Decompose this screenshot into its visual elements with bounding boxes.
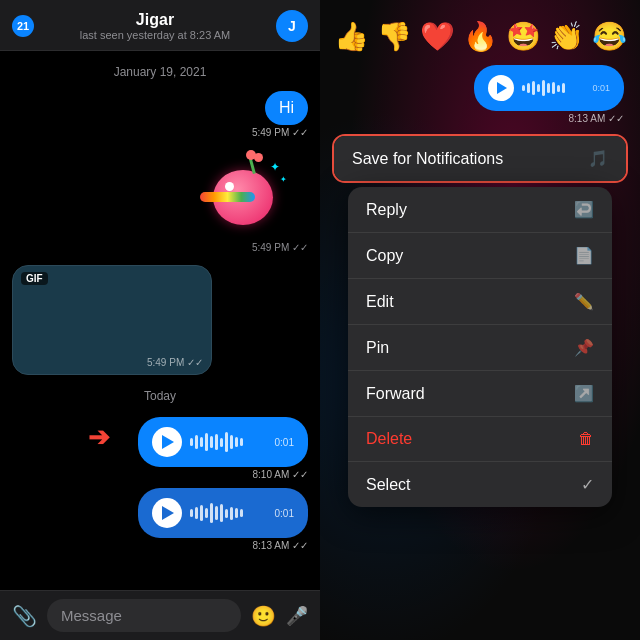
emoji-icon[interactable]: 🙂 <box>251 604 276 628</box>
message-preview-right: 0:01 8:13 AM ✓✓ <box>320 65 640 134</box>
header-center: Jigar last seen yesterday at 8:23 AM <box>80 11 230 41</box>
menu-label-save: Save for Notifications <box>352 150 503 168</box>
save-notifications-icon: 🎵 <box>588 149 608 168</box>
select-icon: ✓ <box>581 475 594 494</box>
date-label: January 19, 2021 <box>12 65 308 79</box>
right-content: 👍 👎 ❤️ 🔥 🤩 👏 😂 <box>320 0 640 640</box>
menu-item-select[interactable]: Select ✓ <box>348 462 612 507</box>
menu-label-copy: Copy <box>366 247 403 265</box>
menu-label-select: Select <box>366 476 410 494</box>
hi-text: Hi <box>279 99 294 116</box>
contact-status: last seen yesterday at 8:23 AM <box>80 29 230 41</box>
reaction-fire[interactable]: 🔥 <box>463 20 498 53</box>
sticker-rainbow <box>200 192 255 202</box>
emoji-reactions-bar: 👍 👎 ❤️ 🔥 🤩 👏 😂 <box>320 0 640 65</box>
reaction-clap[interactable]: 👏 <box>549 20 584 53</box>
reaction-heart[interactable]: ❤️ <box>420 20 455 53</box>
audio-duration-1: 0:01 <box>275 437 294 448</box>
waveform-2 <box>190 503 267 523</box>
sticker-message: ✦ ✦ 5:49 PM ✓✓ <box>12 150 308 253</box>
preview-duration: 0:01 <box>592 83 610 93</box>
audio-message-2: 0:01 8:13 AM ✓✓ <box>12 488 308 551</box>
play-button-2[interactable] <box>152 498 182 528</box>
avatar[interactable]: J <box>276 10 308 42</box>
mic-icon[interactable]: 🎤 <box>286 605 308 627</box>
notification-badge: 21 <box>12 15 34 37</box>
preview-waveform <box>522 80 584 96</box>
menu-item-edit[interactable]: Edit ✏️ <box>348 279 612 325</box>
menu-item-reply[interactable]: Reply ↩️ <box>348 187 612 233</box>
preview-play-button <box>488 75 514 101</box>
menu-label-edit: Edit <box>366 293 394 311</box>
audio-message-1: ➔ <box>12 417 308 480</box>
sticker-sparkle: ✦ <box>270 160 280 174</box>
today-label: Today <box>12 389 308 403</box>
audio-bubble-1[interactable]: 0:01 <box>138 417 308 467</box>
copy-icon: 📄 <box>574 246 594 265</box>
pin-icon: 📌 <box>574 338 594 357</box>
gif-message: GIF 5:49 PM ✓✓ <box>12 265 308 375</box>
context-menu-container: Save for Notifications 🎵 Reply ↩️ Copy 📄… <box>332 134 628 507</box>
reaction-thumbsup[interactable]: 👍 <box>334 20 369 53</box>
menu-label-reply: Reply <box>366 201 407 219</box>
play-icon-2 <box>162 506 174 520</box>
message-hi: Hi 5:49 PM ✓✓ <box>12 91 308 138</box>
attach-icon[interactable]: 📎 <box>12 604 37 628</box>
preview-time: 8:13 AM ✓✓ <box>569 113 624 124</box>
bottom-bar: 📎 Message 🙂 🎤 <box>0 590 320 640</box>
menu-item-forward[interactable]: Forward ↗️ <box>348 371 612 417</box>
audio-bubble-2[interactable]: 0:01 <box>138 488 308 538</box>
chat-area: January 19, 2021 Hi 5:49 PM ✓✓ <box>0 51 320 590</box>
message-input[interactable]: Message <box>47 599 241 632</box>
right-panel: 👍 👎 ❤️ 🔥 🤩 👏 😂 <box>320 0 640 640</box>
back-button[interactable]: 21 <box>12 15 34 37</box>
sticker-eye <box>225 182 234 191</box>
gif-time: 5:49 PM ✓✓ <box>147 357 203 368</box>
sticker-berry2 <box>254 153 263 162</box>
menu-label-forward: Forward <box>366 385 425 403</box>
left-panel: 21 Jigar last seen yesterday at 8:23 AM … <box>0 0 320 640</box>
edit-icon: ✏️ <box>574 292 594 311</box>
menu-label-pin: Pin <box>366 339 389 357</box>
play-button-1[interactable] <box>152 427 182 457</box>
context-menu-highlighted: Save for Notifications 🎵 <box>332 134 628 183</box>
audio-time-1: 8:10 AM ✓✓ <box>253 469 308 480</box>
audio-time-2: 8:13 AM ✓✓ <box>253 540 308 551</box>
audio-duration-2: 0:01 <box>275 508 294 519</box>
play-icon-1 <box>162 435 174 449</box>
menu-item-copy[interactable]: Copy 📄 <box>348 233 612 279</box>
reaction-thumbsdown[interactable]: 👎 <box>377 20 412 53</box>
gif-tag: GIF <box>21 272 48 285</box>
red-arrow: ➔ <box>88 422 110 453</box>
menu-item-pin[interactable]: Pin 📌 <box>348 325 612 371</box>
waveform-1 <box>190 432 267 452</box>
preview-play-icon <box>497 82 507 94</box>
menu-label-delete: Delete <box>366 430 412 448</box>
gif-bubble: GIF 5:49 PM ✓✓ <box>12 265 212 375</box>
reaction-laugh[interactable]: 😂 <box>592 20 627 53</box>
menu-item-save-notifications[interactable]: Save for Notifications 🎵 <box>334 136 626 181</box>
chat-header: 21 Jigar last seen yesterday at 8:23 AM … <box>0 0 320 51</box>
reply-icon: ↩️ <box>574 200 594 219</box>
delete-icon: 🗑 <box>578 430 594 448</box>
message-placeholder: Message <box>61 607 122 624</box>
bubble-hi: Hi <box>265 91 308 125</box>
sticker-sparkle2: ✦ <box>280 175 287 184</box>
hi-time: 5:49 PM ✓✓ <box>252 127 308 138</box>
forward-icon: ↗️ <box>574 384 594 403</box>
reaction-starstruck[interactable]: 🤩 <box>506 20 541 53</box>
context-menu: Reply ↩️ Copy 📄 Edit ✏️ Pin 📌 Forward <box>348 187 612 507</box>
sticker-time: 5:49 PM ✓✓ <box>252 242 308 253</box>
menu-item-delete[interactable]: Delete 🗑 <box>348 417 612 462</box>
audio-preview-bubble: 0:01 <box>474 65 624 111</box>
contact-name: Jigar <box>80 11 230 29</box>
